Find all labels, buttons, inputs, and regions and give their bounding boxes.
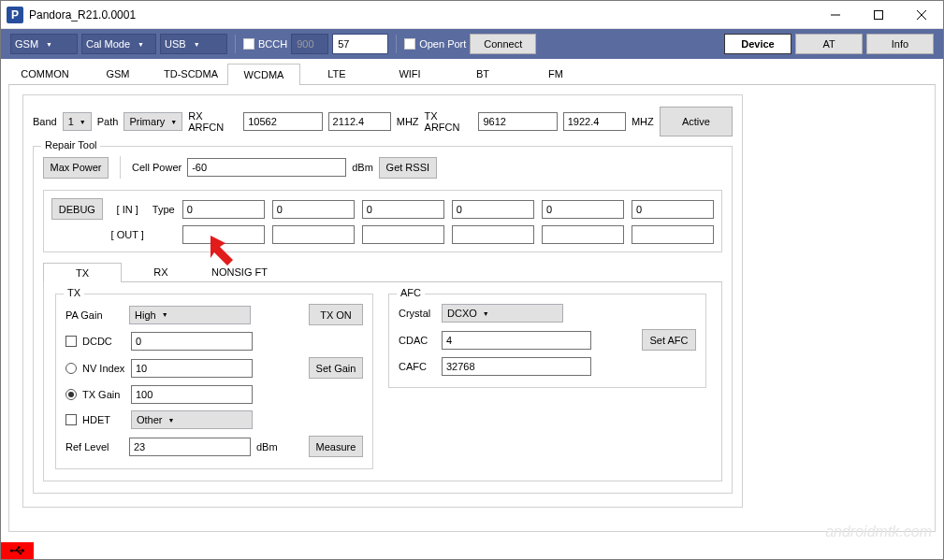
- subtab-rx[interactable]: RX: [122, 262, 200, 281]
- calmode-select[interactable]: Cal Mode: [81, 34, 156, 54]
- txarfcn-label: TX ARFCN: [425, 110, 473, 133]
- tab-lte[interactable]: LTE: [300, 63, 373, 84]
- in-input-5[interactable]: 0: [542, 200, 624, 219]
- txgain-label: TX Gain: [82, 389, 125, 400]
- tab-tdscdma[interactable]: TD-SCDMA: [154, 63, 227, 84]
- path-label: Path: [97, 116, 119, 127]
- dbm-label: dBm: [256, 441, 278, 452]
- at-button[interactable]: AT: [795, 34, 863, 54]
- connect-button[interactable]: Connect: [470, 34, 536, 54]
- dcdc-label: DCDC: [82, 336, 125, 347]
- svg-marker-11: [22, 549, 24, 553]
- txarfcn-input[interactable]: 9612: [478, 112, 557, 131]
- mode-select[interactable]: GSM: [10, 34, 78, 54]
- tab-common[interactable]: COMMON: [8, 63, 81, 84]
- tab-gsm[interactable]: GSM: [81, 63, 154, 84]
- usb-status-icon: [1, 542, 34, 559]
- subtab-tx[interactable]: TX: [43, 263, 122, 282]
- device-button[interactable]: Device: [724, 34, 792, 54]
- sub-tabs: TX RX NONSIG FT: [43, 262, 722, 282]
- rxarfcn-input[interactable]: 10562: [243, 112, 322, 131]
- setafc-button[interactable]: Set AFC: [642, 329, 696, 351]
- dcdc-checkbox[interactable]: [65, 336, 77, 347]
- rxarfcn-mhz[interactable]: 2112.4: [328, 112, 391, 131]
- txgain-input[interactable]: 100: [131, 385, 253, 404]
- hdet-checkbox[interactable]: [65, 414, 77, 425]
- openport-checkbox[interactable]: Open Port: [404, 38, 466, 50]
- active-button[interactable]: Active: [660, 107, 733, 136]
- setgain-button[interactable]: Set Gain: [309, 357, 363, 379]
- interface-select[interactable]: USB: [160, 34, 227, 54]
- type-label: Type: [152, 204, 175, 215]
- dbm-label: dBm: [352, 162, 373, 173]
- svg-rect-8: [18, 547, 20, 549]
- cell-power-input[interactable]: -60: [187, 158, 346, 177]
- minimize-button[interactable]: [814, 1, 857, 29]
- maximize-button[interactable]: [857, 1, 900, 29]
- cafc-label: CAFC: [399, 361, 436, 372]
- cafc-input[interactable]: 32768: [442, 357, 591, 376]
- repair-legend: Repair Tool: [41, 139, 100, 151]
- separator: [396, 35, 397, 53]
- cdac-label: CDAC: [399, 335, 436, 346]
- bcch-input-1[interactable]: 900: [291, 34, 328, 54]
- measure-button[interactable]: Measure: [309, 436, 363, 457]
- txgain-radio[interactable]: [65, 389, 77, 400]
- reflevel-label: Ref Level: [65, 441, 123, 452]
- nvindex-input[interactable]: 10: [131, 359, 253, 378]
- info-button[interactable]: Info: [866, 34, 934, 54]
- in-input-3[interactable]: 0: [362, 200, 444, 219]
- get-rssi-button[interactable]: Get RSSI: [379, 157, 437, 179]
- separator: [120, 156, 121, 179]
- out-output-6: [632, 225, 714, 244]
- toolbar: GSM Cal Mode USB BCCH 900 57 Open Port C…: [1, 29, 943, 59]
- txon-button[interactable]: TX ON: [309, 304, 363, 325]
- tab-wcdma[interactable]: WCDMA: [227, 64, 300, 85]
- openport-label: Open Port: [419, 38, 466, 50]
- out-label: [ OUT ]: [110, 229, 145, 240]
- out-output-3: [362, 225, 444, 244]
- bcch-label: BCCH: [258, 38, 287, 50]
- hdet-select[interactable]: Other: [131, 410, 253, 429]
- svg-rect-1: [875, 10, 883, 19]
- in-input-6[interactable]: 0: [632, 200, 714, 219]
- tx-legend: TX: [64, 287, 84, 298]
- close-button[interactable]: [900, 1, 943, 29]
- tab-fm[interactable]: FM: [519, 63, 592, 84]
- crystal-select[interactable]: DCXO: [442, 304, 563, 323]
- pagain-label: PA Gain: [65, 309, 123, 321]
- out-output-4: [452, 225, 534, 244]
- path-select[interactable]: Primary: [123, 112, 182, 131]
- in-input-2[interactable]: 0: [272, 200, 355, 219]
- separator: [235, 35, 236, 53]
- max-power-button[interactable]: Max Power: [43, 157, 109, 179]
- in-input-1[interactable]: 0: [182, 200, 265, 219]
- crystal-label: Crystal: [399, 308, 436, 319]
- repair-tool-group: Repair Tool Max Power Cell Power -60 dBm…: [33, 146, 733, 494]
- pagain-select[interactable]: High: [129, 306, 251, 324]
- nvindex-radio[interactable]: [65, 363, 77, 374]
- dcdc-input[interactable]: 0: [131, 332, 253, 351]
- main-tabs: COMMON GSM TD-SCDMA WCDMA LTE WIFI BT FM: [8, 63, 936, 85]
- hdet-label: HDET: [82, 414, 125, 425]
- cell-power-label: Cell Power: [132, 162, 182, 173]
- band-select[interactable]: 1: [63, 112, 92, 131]
- window-title: Pandora_R21.0.0001: [29, 8, 814, 22]
- mhz-label: MHZ: [632, 116, 654, 127]
- out-output-5: [542, 225, 624, 244]
- in-input-4[interactable]: 0: [452, 200, 534, 219]
- cdac-input[interactable]: 4: [442, 331, 591, 350]
- tab-wifi[interactable]: WIFI: [373, 63, 446, 84]
- in-label: [ IN ]: [110, 204, 145, 215]
- rxarfcn-label: RX ARFCN: [188, 110, 238, 133]
- out-output-2: [272, 225, 355, 244]
- bcch-input-2[interactable]: 57: [332, 34, 388, 54]
- bcch-checkbox[interactable]: BCCH: [243, 38, 287, 50]
- subtab-nonsigft[interactable]: NONSIG FT: [200, 262, 279, 281]
- app-icon: P: [7, 7, 23, 23]
- reflevel-input[interactable]: 23: [129, 438, 251, 456]
- tab-bt[interactable]: BT: [446, 63, 519, 84]
- mhz-label: MHZ: [397, 116, 419, 127]
- debug-button[interactable]: DEBUG: [51, 198, 103, 220]
- txarfcn-mhz[interactable]: 1922.4: [563, 112, 626, 131]
